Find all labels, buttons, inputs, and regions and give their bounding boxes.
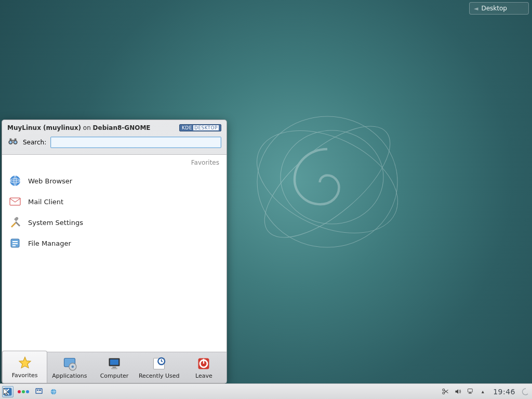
start-menu-tabs: Favorites Applications Computer Recently… [2, 352, 227, 383]
svg-rect-22 [110, 360, 118, 365]
activity-manager-button[interactable] [33, 386, 45, 397]
volume-icon[interactable] [454, 388, 462, 396]
cashew-icon[interactable] [522, 388, 530, 396]
start-menu-identity: MuyLinux (muylinux) on Debian8-GNOME [7, 124, 151, 131]
svg-point-0 [257, 116, 397, 247]
desktop-background[interactable]: ◄ Desktop MuyLinux (muylinux) on Debian8… [0, 0, 532, 399]
svg-rect-31 [36, 389, 42, 393]
favorite-label: File Manager [28, 240, 71, 247]
desktop-plasmoid-label: Desktop [481, 5, 507, 12]
favorites-section-title: Favorites [2, 155, 227, 168]
tab-leave[interactable]: Leave [182, 352, 227, 383]
tab-favorites[interactable]: Favorites [2, 351, 47, 383]
svg-point-1 [281, 130, 383, 224]
start-menu-search-row: Search: [2, 134, 227, 155]
debian-swirl [234, 88, 421, 275]
taskbar-panel: ▴ 19:46 [0, 383, 532, 399]
svg-point-20 [71, 366, 74, 368]
favorite-label: Web Browser [28, 177, 72, 185]
globe-icon [8, 174, 22, 188]
favorite-file-manager[interactable]: File Manager [5, 233, 223, 254]
svg-point-2 [241, 110, 414, 254]
svg-rect-30 [4, 388, 12, 395]
svg-rect-37 [468, 389, 472, 392]
panel-clock[interactable]: 19:46 [491, 388, 517, 396]
svg-rect-10 [11, 140, 15, 141]
svg-rect-17 [12, 245, 16, 246]
apps-icon [62, 356, 77, 371]
svg-rect-24 [111, 368, 117, 369]
clock-icon [151, 356, 167, 371]
tab-applications[interactable]: Applications [47, 352, 92, 383]
svg-point-3 [247, 107, 408, 256]
tools-icon [8, 216, 22, 229]
virtual-desktop-pager[interactable] [17, 390, 30, 393]
show-desktop-button[interactable] [48, 386, 59, 397]
start-menu: MuyLinux (muylinux) on Debian8-GNOME KDE… [2, 119, 227, 383]
chevron-left-icon: ◄ [474, 5, 478, 12]
svg-rect-39 [468, 393, 471, 394]
svg-rect-13 [10, 198, 20, 205]
tab-label: Leave [195, 373, 212, 379]
favorite-label: Mail Client [28, 198, 63, 206]
kde-desktop-badge: KDEDESKTOP [179, 124, 221, 131]
start-menu-header: MuyLinux (muylinux) on Debian8-GNOME KDE… [2, 120, 227, 134]
svg-rect-33 [39, 390, 41, 391]
start-button[interactable] [2, 386, 14, 397]
svg-rect-38 [469, 392, 471, 393]
binoculars-icon [7, 136, 19, 149]
svg-rect-29 [203, 359, 204, 364]
system-tray: ▴ 19:46 [441, 388, 530, 396]
favorite-label: System Settings [28, 219, 83, 227]
tab-computer[interactable]: Computer [92, 352, 137, 383]
computer-icon [107, 356, 122, 371]
svg-rect-32 [37, 390, 38, 391]
svg-rect-23 [113, 367, 116, 368]
svg-rect-15 [12, 241, 18, 242]
svg-rect-9 [15, 139, 17, 141]
folder-icon [8, 236, 22, 250]
globe-small-icon [49, 388, 58, 396]
desktop-plasmoid[interactable]: ◄ Desktop [469, 2, 529, 15]
star-icon [17, 355, 33, 371]
mail-icon [8, 195, 22, 208]
svg-point-6 [9, 141, 12, 144]
network-icon[interactable] [466, 388, 474, 396]
tab-recently-used[interactable]: Recently Used [137, 352, 182, 383]
svg-rect-8 [10, 139, 12, 141]
tab-label: Applications [52, 373, 87, 379]
favorite-web-browser[interactable]: Web Browser [5, 170, 223, 191]
svg-point-7 [14, 141, 17, 144]
start-menu-search-label: Search: [23, 139, 46, 146]
start-menu-search-input[interactable] [50, 137, 221, 148]
tab-label: Recently Used [139, 373, 180, 379]
favorite-system-settings[interactable]: System Settings [5, 212, 223, 233]
kde-k-icon [3, 387, 12, 396]
favorites-list: Web Browser Mail Client System Settings … [2, 168, 227, 352]
power-icon [196, 356, 211, 371]
tab-label: Favorites [12, 372, 38, 379]
tab-label: Computer [100, 373, 129, 379]
expand-tray-icon[interactable]: ▴ [478, 388, 487, 396]
favorite-mail-client[interactable]: Mail Client [5, 191, 223, 212]
activity-icon [35, 388, 43, 396]
svg-rect-16 [12, 243, 18, 244]
scissors-icon[interactable] [441, 388, 449, 396]
